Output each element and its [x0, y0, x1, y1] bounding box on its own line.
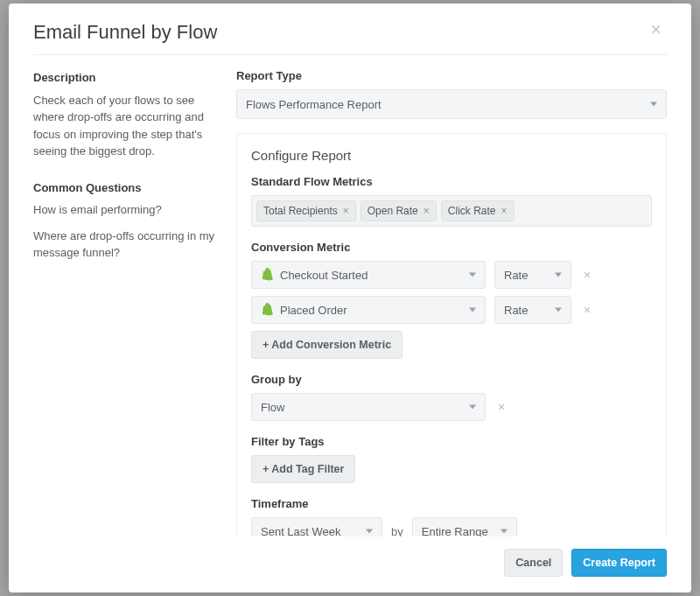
shopify-icon	[261, 268, 273, 282]
modal: Email Funnel by Flow × Description Check…	[9, 4, 691, 592]
timeframe-range-select[interactable]: Entire Range	[412, 517, 517, 536]
conversion-metric-section: Conversion Metric Checkout Started Rate	[251, 241, 652, 359]
sidebar: Description Check each of your flows to …	[33, 69, 236, 536]
configure-report-panel: Configure Report Standard Flow Metrics T…	[236, 133, 667, 536]
question-item: How is email performing?	[33, 201, 215, 219]
modal-header: Email Funnel by Flow ×	[33, 21, 667, 55]
conversion-metric-label: Conversion Metric	[251, 241, 652, 254]
modal-footer: Cancel Create Report	[33, 536, 667, 577]
timeframe-range-value: Entire Range	[422, 525, 488, 537]
report-type-value: Flows Performance Report	[246, 98, 382, 111]
conversion-metric-value: Placed Order	[280, 304, 347, 317]
timeframe-by-word: by	[391, 525, 403, 537]
question-item: Where are drop-offs occurring in my mess…	[33, 228, 215, 262]
add-conversion-button[interactable]: + Add Conversion Metric	[251, 331, 402, 359]
metric-chip: Total Recipients ×	[256, 200, 356, 221]
conversion-metric-value: Checkout Started	[280, 269, 368, 282]
timeframe-label: Timeframe	[251, 497, 652, 510]
metric-chip-label: Open Rate	[368, 205, 418, 217]
metric-chip-label: Total Recipients	[263, 205, 338, 217]
remove-chip-icon[interactable]: ×	[500, 206, 507, 216]
metric-chip: Open Rate ×	[360, 200, 437, 221]
filter-tags-section: Filter by Tags + Add Tag Filter	[251, 435, 652, 483]
report-type-label: Report Type	[236, 69, 667, 82]
configure-report-heading: Configure Report	[251, 148, 652, 163]
chevron-down-icon	[469, 308, 476, 312]
chevron-down-icon	[469, 273, 476, 277]
conversion-row: Checkout Started Rate ×	[251, 261, 652, 289]
report-config: Report Type Flows Performance Report Con…	[236, 69, 667, 536]
group-by-select[interactable]: Flow	[251, 393, 486, 421]
create-report-button[interactable]: Create Report	[571, 549, 667, 577]
group-by-label: Group by	[251, 373, 652, 386]
conversion-agg-select[interactable]: Rate	[494, 261, 571, 289]
standard-metrics-label: Standard Flow Metrics	[251, 175, 652, 188]
cancel-button[interactable]: Cancel	[504, 549, 563, 577]
conversion-metric-select[interactable]: Placed Order	[251, 296, 486, 324]
report-type-section: Report Type Flows Performance Report	[236, 69, 667, 119]
modal-title: Email Funnel by Flow	[33, 21, 217, 44]
remove-row-icon[interactable]: ×	[580, 303, 594, 317]
conversion-agg-select[interactable]: Rate	[494, 296, 571, 324]
close-button[interactable]: ×	[645, 19, 667, 40]
group-by-section: Group by Flow ×	[251, 373, 652, 421]
modal-body: Description Check each of your flows to …	[33, 55, 667, 536]
timeframe-section: Timeframe Sent Last Week by Entire Range	[251, 497, 652, 536]
chevron-down-icon	[650, 102, 657, 107]
remove-chip-icon[interactable]: ×	[424, 206, 430, 216]
chevron-down-icon	[555, 308, 562, 312]
report-type-select[interactable]: Flows Performance Report	[236, 89, 667, 119]
group-by-value: Flow	[261, 401, 284, 414]
timeframe-sent-value: Sent Last Week	[261, 525, 341, 537]
chevron-down-icon	[555, 273, 562, 277]
description-heading: Description	[33, 69, 215, 87]
remove-chip-icon[interactable]: ×	[343, 206, 349, 216]
standard-metrics-chipbar[interactable]: Total Recipients × Open Rate × Click Rat…	[251, 195, 652, 227]
remove-row-icon[interactable]: ×	[580, 268, 594, 282]
chevron-down-icon	[366, 529, 373, 534]
common-questions-heading: Common Questions	[33, 179, 215, 197]
filter-tags-label: Filter by Tags	[251, 435, 652, 448]
standard-metrics-section: Standard Flow Metrics Total Recipients ×…	[251, 175, 652, 227]
description-text: Check each of your flows to see where dr…	[33, 92, 215, 160]
shopify-icon	[261, 303, 273, 317]
conversion-row: Placed Order Rate ×	[251, 296, 652, 324]
metric-chip-label: Click Rate	[448, 205, 496, 217]
conversion-agg-value: Rate	[504, 269, 528, 282]
metric-chip: Click Rate ×	[441, 200, 514, 221]
conversion-metric-select[interactable]: Checkout Started	[251, 261, 486, 289]
add-tag-filter-button[interactable]: + Add Tag Filter	[251, 455, 355, 483]
chevron-down-icon	[469, 405, 476, 410]
conversion-agg-value: Rate	[504, 304, 528, 317]
timeframe-sent-select[interactable]: Sent Last Week	[251, 517, 382, 536]
chevron-down-icon	[500, 529, 508, 534]
remove-row-icon[interactable]: ×	[494, 400, 508, 414]
